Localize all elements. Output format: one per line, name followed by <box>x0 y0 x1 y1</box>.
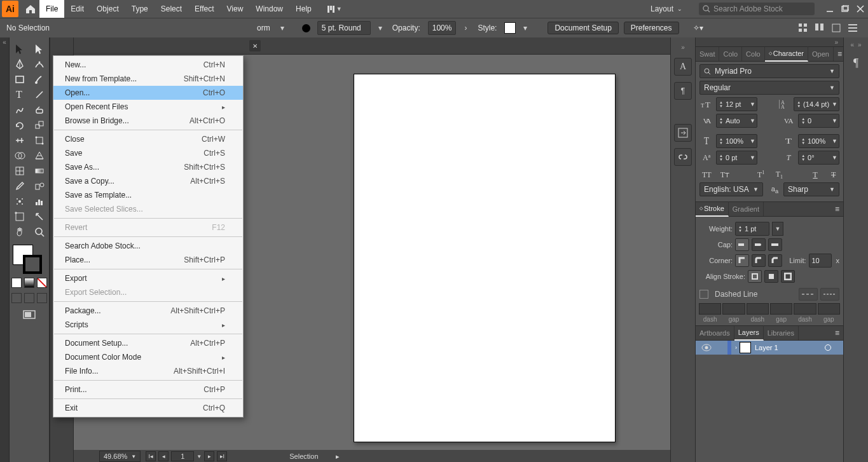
language-combo[interactable]: English: USA▼ <box>699 182 763 196</box>
zoom-tool[interactable] <box>29 224 49 240</box>
fill-stroke-indicator[interactable] <box>11 243 47 274</box>
menu-file[interactable]: File <box>39 0 64 18</box>
menu-item-save[interactable]: SaveCtrl+S <box>53 146 243 160</box>
menu-item-export[interactable]: Export▸ <box>53 271 243 285</box>
document-tab[interactable]: ✕ <box>245 37 261 54</box>
menu-view[interactable]: View <box>221 0 250 18</box>
stroke-swatch[interactable] <box>23 255 42 274</box>
tab-gradient[interactable]: Gradient <box>729 202 764 216</box>
home-icon[interactable] <box>22 0 39 18</box>
tab-libraries[interactable]: Libraries <box>764 326 799 340</box>
menu-item-file-info[interactable]: File Info...Alt+Shift+Ctrl+I <box>53 364 243 378</box>
direct-selection-tool[interactable] <box>29 41 49 57</box>
expand-arrow-icon[interactable]: › <box>735 344 737 351</box>
smallcaps-icon[interactable]: Tᴛ <box>719 170 731 180</box>
dashed-checkbox[interactable] <box>699 290 708 299</box>
menu-item-new-from-template[interactable]: New from Template...Shift+Ctrl+N <box>53 72 243 86</box>
width-tool[interactable] <box>10 133 29 148</box>
menu-item-package[interactable]: Package...Alt+Shift+Ctrl+P <box>53 304 243 318</box>
mesh-tool[interactable] <box>10 163 29 179</box>
menu-type[interactable]: Type <box>125 0 155 18</box>
dock-expand-icon[interactable]: » <box>671 43 695 51</box>
perspective-tool[interactable] <box>29 148 49 163</box>
panel-menu-icon[interactable]: ≡ <box>831 329 843 337</box>
menu-item-scripts[interactable]: Scripts▸ <box>53 318 243 332</box>
menu-window[interactable]: Window <box>249 0 289 18</box>
collapse-left-icon[interactable]: « <box>850 41 854 48</box>
cap-square-icon[interactable] <box>768 238 782 251</box>
gradient-mode-icon[interactable] <box>24 278 34 288</box>
menu-item-save-as-template[interactable]: Save as Template... <box>53 188 243 202</box>
dash-align-a-icon[interactable] <box>799 288 818 301</box>
next-page-button[interactable]: ▸ <box>204 451 214 461</box>
maximize-button[interactable] <box>837 1 853 17</box>
antialias-combo[interactable]: Sharp▼ <box>783 182 839 196</box>
menu-item-save-a-copy[interactable]: Save a Copy...Alt+Ctrl+S <box>53 174 243 188</box>
draw-inside-icon[interactable] <box>37 293 47 303</box>
grid-view-icon[interactable] <box>798 23 808 33</box>
dash-field[interactable]: dash <box>794 303 815 323</box>
menu-item-search-adobe-stock[interactable]: Search Adobe Stock... <box>53 239 243 253</box>
scale-tool[interactable] <box>29 118 49 133</box>
layer-name[interactable]: Layer 1 <box>755 344 778 351</box>
menu-item-new[interactable]: New...Ctrl+N <box>53 58 243 72</box>
panels-collapse-icon[interactable]: » <box>696 37 843 47</box>
tab-swat[interactable]: Swat <box>696 47 719 61</box>
char-panel-icon[interactable]: A <box>674 58 692 76</box>
chevron-down-icon[interactable]: ▾ <box>278 24 287 32</box>
none-mode-icon[interactable] <box>37 278 47 288</box>
blend-tool[interactable] <box>29 179 49 194</box>
menu-effect[interactable]: Effect <box>188 0 220 18</box>
free-transform-tool[interactable] <box>29 133 49 148</box>
tab-stroke[interactable]: ◇Stroke <box>696 201 729 217</box>
dash-field[interactable]: gap <box>723 303 744 323</box>
workspace-switcher-icon[interactable] <box>327 6 334 13</box>
visibility-icon[interactable] <box>696 344 717 351</box>
strikethrough-icon[interactable]: T <box>827 170 839 180</box>
tab-colo[interactable]: Colo <box>719 47 742 61</box>
color-mode-icon[interactable] <box>11 278 22 288</box>
shape-builder-tool[interactable] <box>10 148 29 163</box>
draw-normal-icon[interactable] <box>11 293 22 303</box>
menu-item-open-recent-files[interactable]: Open Recent Files▸ <box>53 100 243 114</box>
shaper-tool[interactable] <box>10 102 29 118</box>
draw-behind-icon[interactable] <box>24 293 34 303</box>
menu-object[interactable]: Object <box>90 0 125 18</box>
rectangle-tool[interactable] <box>10 72 29 87</box>
layout-selector[interactable]: Layout ⌄ <box>645 0 687 18</box>
menu-item-document-color-mode[interactable]: Document Color Mode▸ <box>53 350 243 364</box>
menu-item-close[interactable]: CloseCtrl+W <box>53 132 243 146</box>
eraser-tool[interactable] <box>29 102 49 118</box>
line-tool[interactable] <box>29 87 49 102</box>
chevron-down-icon[interactable]: ▾ <box>376 24 385 32</box>
pen-tool[interactable] <box>10 57 29 72</box>
kerning-field[interactable]: ▲▼Auto▼ <box>716 114 757 128</box>
close-button[interactable] <box>853 1 868 17</box>
vscale-field[interactable]: ▲▼100%▼ <box>716 134 757 148</box>
chevron-down-icon[interactable]: ▼ <box>772 222 783 236</box>
corner-bevel-icon[interactable] <box>768 254 782 267</box>
hand-tool[interactable] <box>10 224 29 240</box>
target-icon[interactable] <box>824 344 832 351</box>
list-icon[interactable] <box>848 23 858 33</box>
prev-page-button[interactable]: ◂ <box>158 451 169 461</box>
subscript-icon[interactable]: T1 <box>773 170 785 180</box>
symbol-tool[interactable] <box>10 194 29 209</box>
hscale-field[interactable]: ▲▼100%▼ <box>798 134 839 148</box>
tab-colo[interactable]: Colo <box>742 47 765 61</box>
align-outside-icon[interactable] <box>781 270 795 283</box>
pin-icon[interactable]: ✧▾ <box>693 24 703 32</box>
graph-tool[interactable] <box>29 194 49 209</box>
document-setup-button[interactable]: Document Setup <box>548 22 618 34</box>
corner-miter-icon[interactable] <box>735 254 749 267</box>
menu-item-exit[interactable]: ExitCtrl+Q <box>53 401 243 415</box>
dash-field[interactable]: dash <box>747 303 768 323</box>
chevron-right-icon[interactable]: › <box>461 24 470 32</box>
gradient-tool[interactable] <box>29 163 49 179</box>
selection-tool[interactable] <box>10 41 29 57</box>
tab-character[interactable]: ◇Character <box>765 46 808 62</box>
menu-item-document-setup[interactable]: Document Setup...Alt+Ctrl+P <box>53 336 243 350</box>
align-center-icon[interactable] <box>748 270 762 283</box>
dash-align-b-icon[interactable] <box>820 288 839 301</box>
cap-butt-icon[interactable] <box>735 238 749 251</box>
